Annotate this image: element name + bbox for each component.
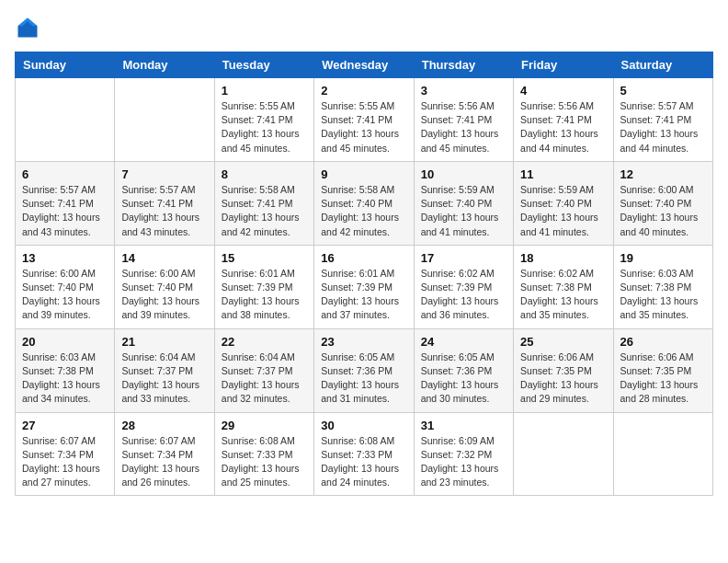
day-number: 18 [520,251,606,265]
logo [15,15,44,40]
day-info: Sunrise: 5:58 AM Sunset: 7:40 PM Dayligh… [321,183,406,239]
day-info: Sunrise: 5:56 AM Sunset: 7:41 PM Dayligh… [520,99,606,155]
day-info: Sunrise: 6:00 AM Sunset: 7:40 PM Dayligh… [620,183,706,239]
calendar-cell: 25Sunrise: 6:06 AM Sunset: 7:35 PM Dayli… [514,328,613,412]
calendar-cell: 13Sunrise: 6:00 AM Sunset: 7:40 PM Dayli… [16,245,115,328]
calendar-cell: 16Sunrise: 6:01 AM Sunset: 7:39 PM Dayli… [314,245,414,328]
day-info: Sunrise: 6:07 AM Sunset: 7:34 PM Dayligh… [121,434,207,490]
day-number: 23 [321,335,406,349]
day-number: 8 [222,167,307,181]
calendar-cell: 14Sunrise: 6:00 AM Sunset: 7:40 PM Dayli… [115,245,214,328]
day-info: Sunrise: 6:00 AM Sunset: 7:40 PM Dayligh… [22,267,108,323]
page-header [15,15,713,40]
calendar-cell: 23Sunrise: 6:05 AM Sunset: 7:36 PM Dayli… [314,328,414,412]
day-info: Sunrise: 6:01 AM Sunset: 7:39 PM Dayligh… [321,267,406,323]
calendar-cell: 6Sunrise: 5:57 AM Sunset: 7:41 PM Daylig… [16,161,115,245]
day-number: 12 [620,167,706,181]
weekday-header-tuesday: Tuesday [214,52,313,78]
day-number: 17 [421,251,506,265]
day-info: Sunrise: 6:02 AM Sunset: 7:38 PM Dayligh… [520,267,606,323]
day-number: 15 [222,251,307,265]
calendar-week-3: 13Sunrise: 6:00 AM Sunset: 7:40 PM Dayli… [16,245,713,328]
day-info: Sunrise: 5:57 AM Sunset: 7:41 PM Dayligh… [121,183,207,239]
day-info: Sunrise: 6:08 AM Sunset: 7:33 PM Dayligh… [222,434,307,490]
day-info: Sunrise: 6:02 AM Sunset: 7:39 PM Dayligh… [421,267,506,323]
day-number: 7 [121,167,207,181]
calendar-cell: 18Sunrise: 6:02 AM Sunset: 7:38 PM Dayli… [514,245,613,328]
calendar-cell: 2Sunrise: 5:55 AM Sunset: 7:41 PM Daylig… [314,78,414,162]
calendar-cell: 7Sunrise: 5:57 AM Sunset: 7:41 PM Daylig… [115,161,214,245]
calendar-cell: 21Sunrise: 6:04 AM Sunset: 7:37 PM Dayli… [115,328,214,412]
calendar-cell: 29Sunrise: 6:08 AM Sunset: 7:33 PM Dayli… [214,412,313,496]
calendar-cell: 3Sunrise: 5:56 AM Sunset: 7:41 PM Daylig… [414,78,513,162]
calendar-cell [16,78,115,162]
calendar-cell: 19Sunrise: 6:03 AM Sunset: 7:38 PM Dayli… [613,245,712,328]
day-number: 26 [620,335,706,349]
day-number: 6 [22,167,108,181]
calendar-cell: 26Sunrise: 6:06 AM Sunset: 7:35 PM Dayli… [613,328,712,412]
weekday-header-sunday: Sunday [16,52,115,78]
calendar-week-4: 20Sunrise: 6:03 AM Sunset: 7:38 PM Dayli… [16,328,713,412]
weekday-header-wednesday: Wednesday [314,52,414,78]
day-info: Sunrise: 6:06 AM Sunset: 7:35 PM Dayligh… [620,350,706,407]
day-number: 3 [421,84,506,98]
day-number: 20 [22,335,108,349]
weekday-header-thursday: Thursday [414,52,513,78]
day-number: 5 [620,84,706,98]
day-number: 27 [22,419,108,432]
calendar-cell: 8Sunrise: 5:58 AM Sunset: 7:41 PM Daylig… [214,161,313,245]
day-info: Sunrise: 5:59 AM Sunset: 7:40 PM Dayligh… [520,183,606,239]
day-info: Sunrise: 6:06 AM Sunset: 7:35 PM Dayligh… [520,350,606,407]
calendar-week-1: 1Sunrise: 5:55 AM Sunset: 7:41 PM Daylig… [16,78,713,162]
calendar-cell: 27Sunrise: 6:07 AM Sunset: 7:34 PM Dayli… [16,412,115,496]
day-number: 1 [222,84,307,98]
day-info: Sunrise: 5:58 AM Sunset: 7:41 PM Dayligh… [222,183,307,239]
day-number: 22 [222,335,307,349]
day-info: Sunrise: 6:03 AM Sunset: 7:38 PM Dayligh… [620,267,706,323]
calendar-cell: 9Sunrise: 5:58 AM Sunset: 7:40 PM Daylig… [314,161,414,245]
calendar-cell: 24Sunrise: 6:05 AM Sunset: 7:36 PM Dayli… [414,328,513,412]
weekday-header-monday: Monday [115,52,214,78]
day-info: Sunrise: 6:00 AM Sunset: 7:40 PM Dayligh… [121,267,207,323]
day-info: Sunrise: 6:09 AM Sunset: 7:32 PM Dayligh… [421,434,506,490]
weekday-header-saturday: Saturday [613,52,712,78]
day-number: 4 [520,84,606,98]
day-number: 29 [222,419,307,432]
day-info: Sunrise: 6:04 AM Sunset: 7:37 PM Dayligh… [121,350,207,407]
day-number: 14 [121,251,207,265]
calendar-cell: 10Sunrise: 5:59 AM Sunset: 7:40 PM Dayli… [414,161,513,245]
calendar-header-row: SundayMondayTuesdayWednesdayThursdayFrid… [16,52,713,78]
day-number: 9 [321,167,406,181]
day-number: 19 [620,251,706,265]
calendar-cell [514,412,613,496]
day-info: Sunrise: 6:07 AM Sunset: 7:34 PM Dayligh… [22,434,108,490]
day-info: Sunrise: 5:59 AM Sunset: 7:40 PM Dayligh… [421,183,506,239]
calendar-cell [613,412,712,496]
day-info: Sunrise: 5:57 AM Sunset: 7:41 PM Dayligh… [22,183,108,239]
day-info: Sunrise: 6:05 AM Sunset: 7:36 PM Dayligh… [421,350,506,407]
calendar-cell: 1Sunrise: 5:55 AM Sunset: 7:41 PM Daylig… [214,78,313,162]
day-info: Sunrise: 6:04 AM Sunset: 7:37 PM Dayligh… [222,350,307,407]
calendar-cell: 11Sunrise: 5:59 AM Sunset: 7:40 PM Dayli… [514,161,613,245]
day-number: 28 [121,419,207,432]
day-number: 16 [321,251,406,265]
day-number: 13 [22,251,108,265]
weekday-header-friday: Friday [514,52,613,78]
calendar-cell: 12Sunrise: 6:00 AM Sunset: 7:40 PM Dayli… [613,161,712,245]
day-info: Sunrise: 5:57 AM Sunset: 7:41 PM Dayligh… [620,99,706,155]
day-number: 10 [421,167,506,181]
day-info: Sunrise: 6:01 AM Sunset: 7:39 PM Dayligh… [222,267,307,323]
calendar-table: SundayMondayTuesdayWednesdayThursdayFrid… [15,52,713,496]
calendar-week-2: 6Sunrise: 5:57 AM Sunset: 7:41 PM Daylig… [16,161,713,245]
day-info: Sunrise: 6:03 AM Sunset: 7:38 PM Dayligh… [22,350,108,407]
day-number: 11 [520,167,606,181]
day-info: Sunrise: 6:05 AM Sunset: 7:36 PM Dayligh… [321,350,406,407]
calendar-cell: 15Sunrise: 6:01 AM Sunset: 7:39 PM Dayli… [214,245,313,328]
calendar-cell: 20Sunrise: 6:03 AM Sunset: 7:38 PM Dayli… [16,328,115,412]
calendar-cell: 22Sunrise: 6:04 AM Sunset: 7:37 PM Dayli… [214,328,313,412]
day-info: Sunrise: 5:55 AM Sunset: 7:41 PM Dayligh… [321,99,406,155]
day-info: Sunrise: 6:08 AM Sunset: 7:33 PM Dayligh… [321,434,406,490]
calendar-cell [115,78,214,162]
calendar-cell: 30Sunrise: 6:08 AM Sunset: 7:33 PM Dayli… [314,412,414,496]
day-number: 25 [520,335,606,349]
